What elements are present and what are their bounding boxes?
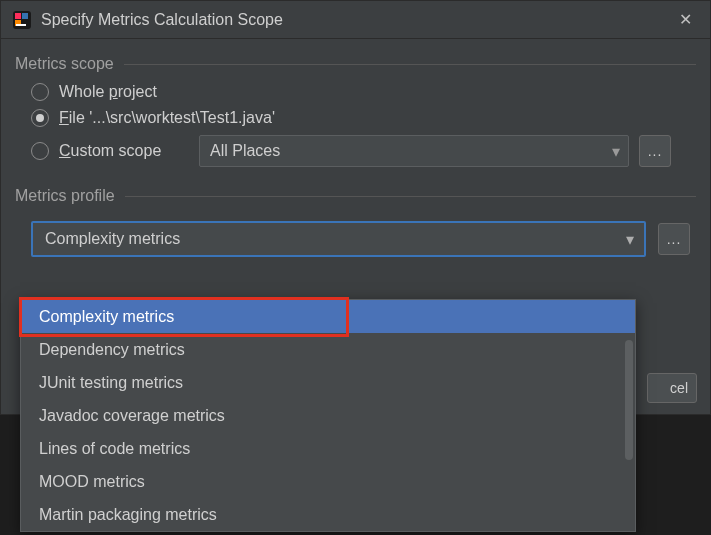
scope-option-file[interactable]: File '...\src\worktest\Test1.java' [1, 105, 710, 131]
profile-label-text: Metrics profile [15, 187, 115, 205]
scope-option-custom[interactable]: Custom scope All Places ▾ ... [1, 131, 710, 171]
profile-option-javadoc[interactable]: Javadoc coverage metrics [21, 399, 635, 432]
custom-scope-value: All Places [210, 142, 280, 160]
svg-rect-1 [15, 13, 21, 19]
titlebar: Specify Metrics Calculation Scope ✕ [1, 1, 710, 39]
profile-option-complexity[interactable]: Complexity metrics [21, 300, 635, 333]
profile-option-junit[interactable]: JUnit testing metrics [21, 366, 635, 399]
svg-rect-4 [16, 24, 26, 26]
scope-custom-label: Custom scope [59, 142, 189, 160]
radio-icon [31, 109, 49, 127]
scope-file-label: File '...\src\worktest\Test1.java' [59, 109, 275, 127]
scope-label-text: Metrics scope [15, 55, 114, 73]
cancel-button[interactable]: cel [647, 373, 697, 403]
profile-option-loc[interactable]: Lines of code metrics [21, 432, 635, 465]
scope-whole-label: Whole project [59, 83, 157, 101]
scope-option-whole[interactable]: Whole project [1, 79, 710, 105]
app-icon [13, 11, 31, 29]
scope-section-label: Metrics scope [1, 39, 710, 79]
dropdown-scrollbar[interactable] [625, 340, 633, 460]
chevron-down-icon: ▾ [626, 230, 634, 249]
profile-option-martin[interactable]: Martin packaging metrics [21, 498, 635, 531]
profile-section-label: Metrics profile [1, 171, 710, 211]
profile-option-mood[interactable]: MOOD metrics [21, 465, 635, 498]
profile-selected-value: Complexity metrics [45, 230, 180, 248]
radio-icon [31, 142, 49, 160]
dialog-title: Specify Metrics Calculation Scope [41, 11, 672, 29]
radio-icon [31, 83, 49, 101]
custom-scope-browse-button[interactable]: ... [639, 135, 671, 167]
close-icon[interactable]: ✕ [672, 7, 698, 33]
profile-dropdown: Complexity metrics Dependency metrics JU… [20, 299, 636, 532]
metrics-profile-select[interactable]: Complexity metrics ▾ [31, 221, 646, 257]
custom-scope-select[interactable]: All Places ▾ [199, 135, 629, 167]
profile-browse-button[interactable]: ... [658, 223, 690, 255]
divider [125, 196, 696, 197]
divider [124, 64, 696, 65]
svg-rect-3 [22, 13, 28, 19]
chevron-down-icon: ▾ [612, 142, 620, 161]
profile-option-dependency[interactable]: Dependency metrics [21, 333, 635, 366]
